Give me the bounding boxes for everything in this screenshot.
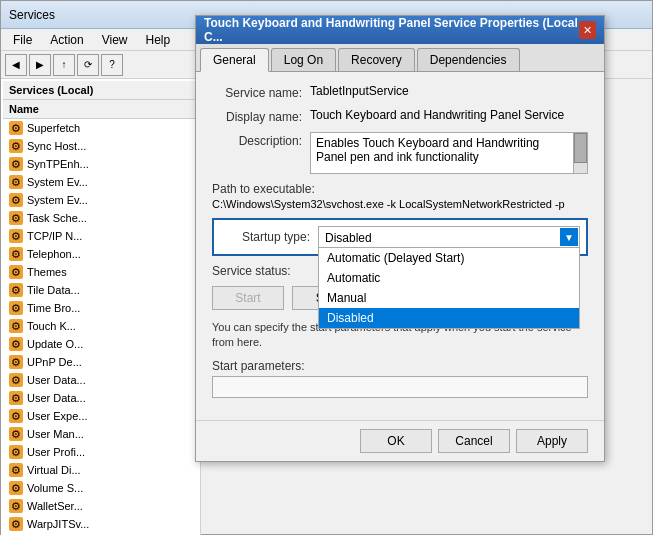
dropdown-list[interactable]: Automatic (Delayed Start) Automatic Manu… bbox=[318, 247, 580, 329]
list-item[interactable]: ⚙ SynTPEnh... bbox=[3, 155, 198, 173]
display-name-label: Display name: bbox=[212, 108, 302, 124]
item-label: Tile Data... bbox=[27, 284, 80, 296]
tab-dependencies[interactable]: Dependencies bbox=[417, 48, 520, 71]
services-list[interactable]: Services (Local) Name ⚙ Superfetch ⚙ Syn… bbox=[1, 79, 201, 535]
toolbar-refresh[interactable]: ⟳ bbox=[77, 54, 99, 76]
tab-logon[interactable]: Log On bbox=[271, 48, 336, 71]
item-label: WarpJITSv... bbox=[27, 518, 89, 530]
list-item[interactable]: ⚙ Superfetch bbox=[3, 119, 198, 137]
start-params-row: Start parameters: bbox=[212, 359, 588, 398]
tab-recovery[interactable]: Recovery bbox=[338, 48, 415, 71]
list-item[interactable]: ⚙ Volume S... bbox=[3, 479, 198, 497]
ok-button[interactable]: OK bbox=[360, 429, 432, 453]
dropdown-option-auto[interactable]: Automatic bbox=[319, 268, 579, 288]
item-label: Themes bbox=[27, 266, 67, 278]
svc-icon: ⚙ bbox=[9, 301, 23, 315]
list-item[interactable]: ⚙ Sync Host... bbox=[3, 137, 198, 155]
dialog-tabs: General Log On Recovery Dependencies bbox=[196, 44, 604, 72]
list-item[interactable]: ⚙ Update O... bbox=[3, 335, 198, 353]
item-label: WalletSer... bbox=[27, 500, 83, 512]
item-label: Time Bro... bbox=[27, 302, 80, 314]
dropdown-option-disabled[interactable]: Disabled bbox=[319, 308, 579, 328]
list-item[interactable]: ⚙ User Profi... bbox=[3, 443, 198, 461]
svc-icon: ⚙ bbox=[9, 427, 23, 441]
path-value: C:\Windows\System32\svchost.exe -k Local… bbox=[212, 198, 588, 210]
svc-icon: ⚙ bbox=[9, 319, 23, 333]
dropdown-option-manual[interactable]: Manual bbox=[319, 288, 579, 308]
list-item[interactable]: ⚙ Tile Data... bbox=[3, 281, 198, 299]
tab-general[interactable]: General bbox=[200, 48, 269, 72]
list-item[interactable]: ⚙ User Expe... bbox=[3, 407, 198, 425]
list-item[interactable]: ⚙ WalletSer... bbox=[3, 497, 198, 515]
item-label: SynTPEnh... bbox=[27, 158, 89, 170]
dropdown-option-auto-delayed[interactable]: Automatic (Delayed Start) bbox=[319, 248, 579, 268]
service-name-row: Service name: TabletInputService bbox=[212, 84, 588, 100]
list-item[interactable]: ⚙ WarpJITSv... bbox=[3, 515, 198, 533]
item-label: User Expe... bbox=[27, 410, 88, 422]
services-title: Services bbox=[9, 8, 55, 22]
dropdown-header[interactable]: Disabled ▼ bbox=[318, 226, 580, 248]
list-item[interactable]: ⚙ Virtual Di... bbox=[3, 461, 198, 479]
start-button[interactable]: Start bbox=[212, 286, 284, 310]
list-item[interactable]: ⚙ Time Bro... bbox=[3, 299, 198, 317]
item-label: User Profi... bbox=[27, 446, 85, 458]
list-item[interactable]: ⚙ Task Sche... bbox=[3, 209, 198, 227]
description-row: Description: Enables Touch Keyboard and … bbox=[212, 132, 588, 174]
menu-help[interactable]: Help bbox=[138, 31, 179, 49]
svc-icon: ⚙ bbox=[9, 355, 23, 369]
display-name-value: Touch Keyboard and Handwriting Panel Ser… bbox=[310, 108, 588, 122]
item-label: Telephon... bbox=[27, 248, 81, 260]
svc-icon: ⚙ bbox=[9, 157, 23, 171]
startup-type-label: Startup type: bbox=[220, 230, 310, 244]
path-row: Path to executable: C:\Windows\System32\… bbox=[212, 182, 588, 210]
list-item[interactable]: ⚙ User Data... bbox=[3, 389, 198, 407]
scrollbar-thumb bbox=[574, 133, 587, 163]
dropdown-arrow-icon[interactable]: ▼ bbox=[560, 228, 578, 246]
apply-button[interactable]: Apply bbox=[516, 429, 588, 453]
toolbar-forward[interactable]: ▶ bbox=[29, 54, 51, 76]
properties-dialog: Touch Keyboard and Handwriting Panel Ser… bbox=[195, 15, 605, 462]
list-item[interactable]: ⚙ System Ev... bbox=[3, 191, 198, 209]
list-column-header: Name bbox=[3, 100, 198, 119]
item-label: User Data... bbox=[27, 392, 86, 404]
item-label: Touch K... bbox=[27, 320, 76, 332]
item-label: Virtual Di... bbox=[27, 464, 81, 476]
svc-icon: ⚙ bbox=[9, 337, 23, 351]
toolbar-up[interactable]: ↑ bbox=[53, 54, 75, 76]
toolbar-help[interactable]: ? bbox=[101, 54, 123, 76]
startup-type-row: Startup type: Disabled ▼ Automatic (Dela… bbox=[212, 218, 588, 256]
list-item[interactable]: ⚙ Touch K... bbox=[3, 317, 198, 335]
start-params-input[interactable] bbox=[212, 376, 588, 398]
startup-type-dropdown[interactable]: Disabled ▼ Automatic (Delayed Start) Aut… bbox=[318, 226, 580, 248]
list-item[interactable]: ⚙ UPnP De... bbox=[3, 353, 198, 371]
item-label: User Data... bbox=[27, 374, 86, 386]
list-item[interactable]: ⚙ TCP/IP N... bbox=[3, 227, 198, 245]
item-label: Superfetch bbox=[27, 122, 80, 134]
display-name-row: Display name: Touch Keyboard and Handwri… bbox=[212, 108, 588, 124]
description-scrollbar[interactable] bbox=[573, 133, 587, 173]
dialog-title: Touch Keyboard and Handwriting Panel Ser… bbox=[204, 16, 579, 44]
svc-icon: ⚙ bbox=[9, 175, 23, 189]
description-label: Description: bbox=[212, 132, 302, 148]
svc-icon: ⚙ bbox=[9, 463, 23, 477]
item-label: UPnP De... bbox=[27, 356, 82, 368]
svc-icon: ⚙ bbox=[9, 121, 23, 135]
list-item[interactable]: ⚙ Telephon... bbox=[3, 245, 198, 263]
list-item[interactable]: ⚙ Themes bbox=[3, 263, 198, 281]
menu-file[interactable]: File bbox=[5, 31, 40, 49]
dropdown-selected-value: Disabled bbox=[325, 231, 372, 245]
list-item[interactable]: ⚙ System Ev... bbox=[3, 173, 198, 191]
item-label: System Ev... bbox=[27, 194, 88, 206]
service-name-label: Service name: bbox=[212, 84, 302, 100]
svc-icon: ⚙ bbox=[9, 265, 23, 279]
cancel-button[interactable]: Cancel bbox=[438, 429, 510, 453]
toolbar-back[interactable]: ◀ bbox=[5, 54, 27, 76]
list-item[interactable]: ⚙ User Data... bbox=[3, 371, 198, 389]
description-value: Enables Touch Keyboard and Handwriting P… bbox=[310, 132, 588, 174]
list-item[interactable]: ⚙ User Man... bbox=[3, 425, 198, 443]
svc-icon: ⚙ bbox=[9, 517, 23, 531]
item-label: Update O... bbox=[27, 338, 83, 350]
menu-view[interactable]: View bbox=[94, 31, 136, 49]
menu-action[interactable]: Action bbox=[42, 31, 91, 49]
dialog-close-button[interactable]: ✕ bbox=[579, 21, 596, 39]
